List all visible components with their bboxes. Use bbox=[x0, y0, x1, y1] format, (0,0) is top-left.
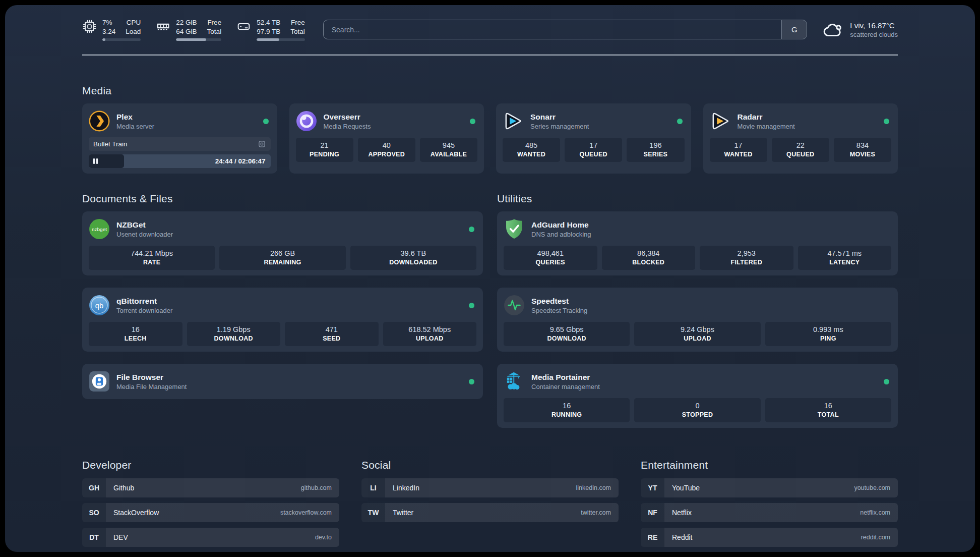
weather-condition: scattered clouds bbox=[850, 31, 898, 38]
disk-free: 52.4 TB bbox=[257, 18, 280, 27]
sonarr-icon bbox=[503, 110, 524, 132]
stat-rate: 744.21 Mbps RATE bbox=[89, 246, 215, 270]
bookmark-dev[interactable]: DT DEV dev.to bbox=[82, 528, 339, 547]
stat-queries: 498,461 QUERIES bbox=[504, 246, 597, 270]
bookmark-url: reddit.com bbox=[861, 534, 890, 541]
stat-seed: 471 SEED bbox=[285, 322, 379, 346]
service-card-qbittorrent[interactable]: qb qBittorrent Torrent downloader 16 bbox=[82, 288, 483, 352]
status-dot bbox=[884, 379, 889, 384]
portainer-icon bbox=[504, 371, 525, 392]
service-name: Radarr bbox=[738, 113, 795, 122]
status-dot bbox=[470, 119, 475, 124]
cpu-progressbar bbox=[102, 38, 141, 41]
service-card-radarr[interactable]: Radarr Movie management 17 WANTED 22 QUE… bbox=[703, 103, 898, 174]
overseerr-icon bbox=[296, 110, 317, 132]
service-card-portainer[interactable]: Media Portainer Container management 16 … bbox=[497, 364, 898, 428]
section-documents: Documents & Files nzbget NZBGet Usenet d… bbox=[82, 193, 483, 428]
service-desc: Usenet downloader bbox=[116, 231, 173, 238]
now-playing-progressbar[interactable]: 24:44 / 02:06:47 bbox=[89, 154, 271, 168]
stat-wanted: 485 WANTED bbox=[503, 138, 560, 162]
service-desc: DNS and adblocking bbox=[531, 231, 591, 238]
pause-icon[interactable] bbox=[93, 158, 98, 164]
service-name: Speedtest bbox=[531, 297, 587, 306]
disk-label-1: Free bbox=[290, 18, 305, 27]
stat-running: 16 RUNNING bbox=[504, 398, 630, 422]
bookmark-url: youtube.com bbox=[854, 484, 890, 491]
bookmark-url: twitter.com bbox=[581, 509, 611, 516]
memory-resource: 22 GiB 64 GiB Free Total bbox=[156, 18, 221, 41]
bookmark-url: github.com bbox=[301, 484, 332, 491]
bookmark-name: Github bbox=[113, 484, 134, 492]
bookmark-netflix[interactable]: NF Netflix netflix.com bbox=[641, 503, 898, 522]
memory-icon bbox=[156, 19, 170, 34]
service-desc: Media Requests bbox=[324, 123, 371, 130]
bookmark-abbr: NF bbox=[641, 503, 664, 522]
stat-movies: 834 MOVIES bbox=[834, 138, 891, 162]
stat-latency: 47.571 ms LATENCY bbox=[798, 246, 892, 270]
memory-free: 22 GiB bbox=[176, 18, 197, 27]
status-dot bbox=[884, 119, 889, 124]
bookmark-abbr: YT bbox=[641, 478, 664, 497]
cloud-icon bbox=[822, 19, 843, 40]
stat-downloaded: 39.6 TB DOWNLOADED bbox=[350, 246, 476, 270]
radarr-icon bbox=[710, 110, 731, 132]
now-playing-time: 24:44 / 02:06:47 bbox=[215, 157, 271, 165]
search-input[interactable] bbox=[324, 20, 782, 39]
service-name: Overseerr bbox=[324, 113, 371, 122]
adguard-icon bbox=[504, 218, 525, 240]
stat-wanted: 17 WANTED bbox=[710, 138, 767, 162]
speedtest-icon bbox=[504, 295, 525, 316]
bookmark-youtube[interactable]: YT YouTube youtube.com bbox=[641, 478, 898, 497]
section-title-entertainment: Entertainment bbox=[641, 459, 898, 471]
stat-stopped: 0 STOPPED bbox=[634, 398, 760, 422]
service-card-adguard[interactable]: AdGuard Home DNS and adblocking 498,461 … bbox=[497, 211, 898, 275]
stat-approved: 40 APPROVED bbox=[358, 138, 415, 162]
status-dot bbox=[469, 227, 474, 232]
service-name: Sonarr bbox=[530, 113, 589, 122]
service-card-plex[interactable]: Plex Media server Bullet Train 24:44 / bbox=[82, 103, 277, 174]
service-card-filebrowser[interactable]: File Browser Media File Management bbox=[82, 364, 483, 399]
bookmark-name: DEV bbox=[113, 533, 128, 541]
service-card-sonarr[interactable]: Sonarr Series management 485 WANTED 17 Q… bbox=[496, 103, 691, 174]
top-bar: 7% 3.24 CPU Load bbox=[82, 18, 898, 41]
service-card-overseerr[interactable]: Overseerr Media Requests 21 PENDING 40 A… bbox=[289, 103, 484, 174]
section-title-utilities: Utilities bbox=[497, 193, 898, 205]
bookmark-abbr: DT bbox=[82, 528, 106, 547]
filebrowser-icon bbox=[89, 371, 110, 392]
search-provider-button[interactable]: G bbox=[781, 20, 807, 39]
stat-download: 1.19 Gbps DOWNLOAD bbox=[187, 322, 281, 346]
stat-filtered: 2,953 FILTERED bbox=[700, 246, 793, 270]
weather-widget: Lviv, 16.87°C scattered clouds bbox=[822, 19, 898, 40]
bookmark-name: StackOverflow bbox=[113, 509, 159, 517]
service-desc: Movie management bbox=[738, 123, 795, 130]
service-name: AdGuard Home bbox=[531, 220, 591, 230]
stat-pending: 21 PENDING bbox=[296, 138, 353, 162]
status-dot bbox=[469, 303, 474, 308]
cast-settings-icon bbox=[258, 140, 266, 148]
section-media: Media Plex Media server bbox=[82, 85, 898, 174]
stat-remaining: 266 GB REMAINING bbox=[219, 246, 345, 270]
stat-ping: 0.993 ms PING bbox=[765, 322, 891, 346]
weather-location-temp: Lviv, 16.87°C bbox=[850, 21, 898, 30]
cpu-icon bbox=[82, 19, 97, 34]
bookmark-group-developer: Developer GH Github github.com SO StackO… bbox=[82, 459, 339, 547]
bookmark-stackoverflow[interactable]: SO StackOverflow stackoverflow.com bbox=[82, 503, 339, 522]
memory-label-2: Total bbox=[207, 27, 222, 36]
svg-text:qb: qb bbox=[95, 302, 103, 310]
status-dot bbox=[469, 379, 474, 384]
now-playing-row: Bullet Train bbox=[89, 137, 271, 151]
disk-progressbar bbox=[257, 38, 305, 41]
service-card-speedtest[interactable]: Speedtest Speedtest Tracking 9.65 Gbps D… bbox=[497, 288, 898, 352]
service-name: File Browser bbox=[116, 373, 187, 382]
search-bar: G bbox=[323, 20, 808, 39]
bookmark-twitter[interactable]: TW Twitter twitter.com bbox=[361, 503, 619, 522]
service-name: NZBGet bbox=[116, 220, 173, 230]
bookmark-abbr: SO bbox=[82, 503, 106, 522]
service-card-nzbget[interactable]: nzbget NZBGet Usenet downloader 744.21 M… bbox=[82, 211, 483, 275]
resources-widget: 7% 3.24 CPU Load bbox=[82, 18, 305, 41]
bookmark-reddit[interactable]: RE Reddit reddit.com bbox=[641, 528, 898, 547]
stat-upload: 9.24 Gbps UPLOAD bbox=[634, 322, 760, 346]
bookmark-github[interactable]: GH Github github.com bbox=[82, 478, 339, 497]
bookmark-linkedin[interactable]: LI LinkedIn linkedin.com bbox=[361, 478, 619, 497]
cpu-load: 3.24 bbox=[102, 27, 115, 36]
